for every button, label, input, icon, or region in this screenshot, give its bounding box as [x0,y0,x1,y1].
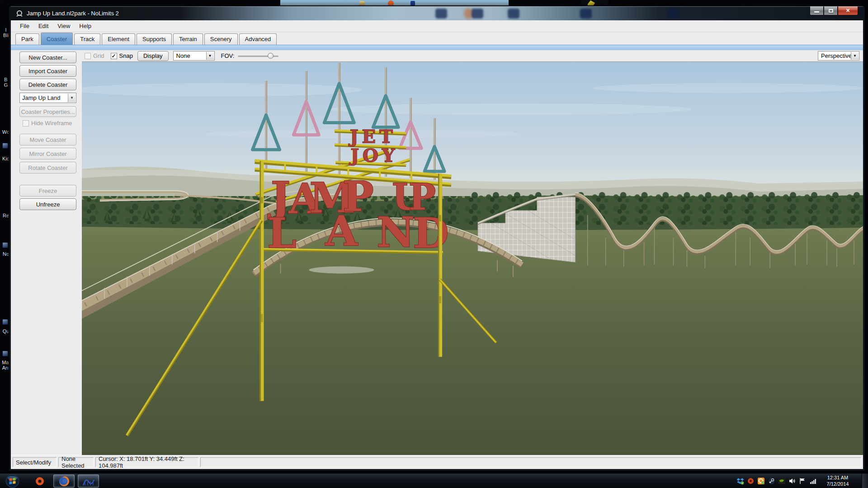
fov-slider-thumb[interactable] [268,53,274,59]
tab-bar: Park Coaster Track Element Supports Terr… [11,32,863,45]
tab-element[interactable]: Element [102,33,135,45]
status-extra [200,457,861,467]
taskbar-origin[interactable] [29,474,50,488]
chevron-down-icon[interactable]: ▼ [206,52,214,60]
import-coaster-button[interactable]: Import Coaster [19,65,76,77]
gate-letter: L [267,209,297,258]
tab-advanced[interactable]: Advanced [239,33,277,45]
taskbar-nolimits2[interactable] [78,474,99,488]
menu-view[interactable]: View [53,21,75,31]
menu-help[interactable]: Help [75,21,96,31]
gate-sign-joy: JOY [349,145,398,166]
menu-file[interactable]: File [15,21,34,31]
tab-coaster[interactable]: Coaster [41,33,73,45]
freeze-button[interactable]: Freeze [19,185,76,197]
glass-reflection [580,9,592,19]
viewport-container: JET JOY J A M P U P L A N D [82,61,863,455]
status-cursor: Cursor: X: 18.701ft Y: 34.449ft Z: 104.9… [95,457,198,467]
plaza [309,266,374,273]
hide-wireframe-label: Hide Wireframe [31,120,72,127]
status-mode: Select/Modify [13,457,57,467]
tab-terrain[interactable]: Terrain [173,33,203,45]
nvidia-icon[interactable] [778,477,786,485]
new-coaster-button[interactable]: New Coaster... [19,52,76,63]
move-coaster-button[interactable]: Move Coaster [19,134,76,145]
start-button[interactable] [5,474,19,488]
mode-select-value: None [176,52,190,59]
desktop-icon[interactable] [2,319,8,325]
tab-park[interactable]: Park [15,33,39,45]
3d-viewport[interactable]: JET JOY J A M P U P L A N D [82,62,863,455]
app-icon [16,10,23,17]
chevron-down-icon[interactable]: ▼ [851,52,859,60]
action-center-icon[interactable] [799,477,807,485]
gate-sign-jet: JET [349,126,396,147]
gate-letter: N [377,208,415,257]
status-bar: Select/Modify None Selected Cursor: X: 1… [11,455,863,469]
display-button[interactable]: Display [137,51,169,61]
close-button[interactable]: ✕ [838,6,858,15]
tab-track[interactable]: Track [74,33,100,45]
glass-reflection [435,9,447,19]
viewport-toolbar: Grid ✓ Snap Display None ▼ FOV: [82,50,863,61]
glass-reflection [508,9,519,19]
desktop-icon[interactable] [2,143,8,149]
projection-select-value: Perspective [821,52,852,59]
desktop-icon[interactable] [2,351,8,357]
updater-icon[interactable] [757,477,765,485]
coaster-select[interactable]: Jamp Up Land ▼ [19,93,76,103]
grid-checkbox[interactable] [85,53,91,59]
network-icon[interactable] [809,477,817,485]
chevron-down-icon[interactable]: ▼ [68,94,75,102]
unfreeze-button[interactable]: Unfreeze [19,198,76,210]
nolimits2-icon [82,475,95,487]
menu-edit[interactable]: Edit [34,21,53,31]
hide-wireframe-checkbox[interactable] [23,120,29,127]
origin-tray-icon[interactable] [747,477,755,485]
clock-date: 7/12/2014 [822,481,854,487]
dropbox-icon[interactable] [736,477,744,485]
gate-letter: D [413,209,449,258]
desktop-icon[interactable] [2,242,8,248]
projection-select[interactable]: Perspective ▼ [818,51,859,61]
maximize-button[interactable] [824,6,838,15]
firefox-icon [58,475,70,487]
menu-bar: File Edit View Help [11,20,863,32]
tab-scenery[interactable]: Scenery [204,33,238,45]
glass-reflection [472,9,483,19]
delete-coaster-button[interactable]: Delete Coaster [19,79,76,90]
coaster-select-value: Jamp Up Land [20,94,61,101]
nolimits2-window: Jamp Up Land.nl2park - NoLimits 2 ✕ File… [9,5,865,471]
fov-slider[interactable] [238,53,278,59]
status-selection: None Selected [58,457,94,467]
title-bar[interactable]: Jamp Up Land.nl2park - NoLimits 2 ✕ [9,6,864,20]
glass-reflection [667,9,679,19]
window-title: Jamp Up Land.nl2park - NoLimits 2 [27,10,119,17]
mode-select[interactable]: None ▼ [173,51,215,61]
snap-label: Snap [119,52,133,59]
coaster-sidebar: New Coaster... Import Coaster Delete Coa… [11,50,82,455]
coaster-properties-button[interactable]: Coaster Properties... [19,106,76,117]
steam-icon[interactable] [768,477,775,485]
tab-supports[interactable]: Supports [137,33,172,45]
taskbar-firefox[interactable] [53,474,75,488]
volume-icon[interactable] [788,477,796,485]
gate-letter: A [325,206,359,255]
clock-time: 12:31 AM [822,474,854,481]
minimize-button[interactable] [810,6,824,15]
taskbar: 12:31 AM 7/12/2014 [0,473,868,488]
taskbar-clock[interactable]: 12:31 AM 7/12/2014 [822,474,854,487]
snap-checkbox[interactable]: ✓ [111,53,117,59]
grid-label: Grid [93,52,104,59]
rotate-coaster-button[interactable]: Rotate Coaster [19,162,76,174]
mirror-coaster-button[interactable]: Mirror Coaster [19,148,76,160]
show-desktop-button[interactable] [862,474,868,488]
origin-icon [34,476,45,487]
fov-label: FOV: [221,52,235,59]
hide-wireframe-checkbox-row[interactable]: Hide Wireframe [23,120,72,127]
tab-accent-strip [11,45,863,50]
